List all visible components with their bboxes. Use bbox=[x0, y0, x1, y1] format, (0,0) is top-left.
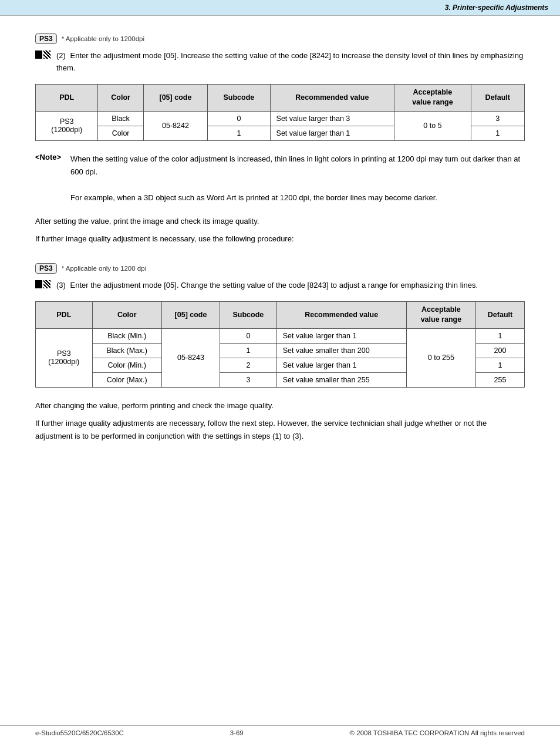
page-footer: e-Studio5520C/6520C/6530C 3-69 © 2008 TO… bbox=[0, 725, 560, 736]
th3-code: [05] code bbox=[161, 301, 220, 328]
td3-sub0: 0 bbox=[220, 328, 277, 343]
step2-line: (2) Enter the adjustment mode [05]. Incr… bbox=[35, 50, 525, 75]
main-content: PS3 * Applicable only to 1200dpi (2) Ent… bbox=[0, 16, 560, 483]
th3-recommended: Recommended value bbox=[276, 301, 406, 328]
ps3-applicable-note-2: * Applicable only to 1200dpi bbox=[62, 35, 144, 42]
after-text-3b: If further image quality adjustments are… bbox=[35, 417, 525, 443]
black-rect-3a bbox=[35, 280, 42, 288]
td3-def3: 255 bbox=[476, 372, 525, 387]
ps3-applicable-note-3: * Applicable only to 1200 dpi bbox=[62, 265, 147, 272]
note-label-2: <Note> bbox=[35, 153, 61, 161]
after-text-2b: If further image quality adjustment is n… bbox=[35, 233, 525, 245]
th3-acceptable: Acceptablevalue range bbox=[406, 301, 475, 328]
td3-range: 0 to 255 bbox=[406, 328, 475, 387]
table2: PDL Color [05] code Subcode Recommended … bbox=[35, 84, 525, 141]
note-line-1: When the setting value of the color adju… bbox=[70, 153, 525, 179]
after-text-3a: After changing the value, perform printi… bbox=[35, 399, 525, 412]
th2-default: Default bbox=[471, 84, 524, 111]
th2-code: [05] code bbox=[143, 84, 207, 111]
striped-rect-2a bbox=[43, 51, 50, 59]
th2-pdl: PDL bbox=[36, 84, 98, 111]
step3-text: (3) Enter the adjustment mode [05]. Chan… bbox=[56, 280, 525, 292]
black-rect-2a bbox=[35, 51, 42, 59]
td3-def0: 1 bbox=[476, 328, 525, 343]
th3-color: Color bbox=[92, 301, 161, 328]
td2-code: 05-8242 bbox=[143, 111, 207, 140]
table3: PDL Color [05] code Subcode Recommended … bbox=[35, 301, 525, 388]
td2-def1: 1 bbox=[471, 126, 524, 140]
after-text-2a: After setting the value, print the image… bbox=[35, 215, 525, 228]
page-header: 3. Printer-specific Adjustments bbox=[0, 0, 560, 16]
td2-pdl: PS3(1200dpi) bbox=[36, 111, 98, 140]
th2-color: Color bbox=[98, 84, 143, 111]
th3-subcode: Subcode bbox=[220, 301, 277, 328]
step3-line: (3) Enter the adjustment mode [05]. Chan… bbox=[35, 280, 525, 292]
footer-model: e-Studio5520C/6520C/6530C bbox=[35, 729, 124, 736]
td3-color-bmin: Black (Min.) bbox=[92, 328, 161, 343]
th2-subcode: Subcode bbox=[208, 84, 270, 111]
table-row: PS3(1200dpi) Black 05-8242 0 Set value l… bbox=[36, 111, 525, 126]
td3-def1: 200 bbox=[476, 343, 525, 358]
td3-sub1: 1 bbox=[220, 343, 277, 358]
ps3-section2-badge-line: PS3 * Applicable only to 1200dpi bbox=[35, 33, 525, 44]
step3-desc: Enter the adjustment mode [05]. Change t… bbox=[70, 281, 478, 290]
td3-color-cmax: Color (Max.) bbox=[92, 372, 161, 387]
striped-rect-3a bbox=[43, 280, 50, 288]
td2-range: 0 to 5 bbox=[394, 111, 471, 140]
td2-rec0: Set value larger than 3 bbox=[270, 111, 394, 126]
td3-rec2: Set value larger than 1 bbox=[276, 358, 406, 372]
footer-page: 3-69 bbox=[230, 729, 244, 736]
td2-sub0: 0 bbox=[208, 111, 270, 126]
note-block-2: <Note> When the setting value of the col… bbox=[35, 153, 525, 204]
td2-sub1: 1 bbox=[208, 126, 270, 140]
step2-desc: Enter the adjustment mode [05]. Increase… bbox=[56, 51, 523, 72]
td2-rec1: Set value larger than 1 bbox=[270, 126, 394, 140]
note-content-2: When the setting value of the color adju… bbox=[70, 153, 525, 204]
step3-num: (3) bbox=[56, 281, 66, 290]
step2-icon bbox=[35, 51, 50, 59]
step2-num: (2) bbox=[56, 51, 66, 60]
table-row: PS3(1200dpi) Black (Min.) 05-8243 0 Set … bbox=[36, 328, 525, 343]
th2-acceptable: Acceptablevalue range bbox=[394, 84, 471, 111]
td2-def0: 3 bbox=[471, 111, 524, 126]
th3-pdl: PDL bbox=[36, 301, 93, 328]
th2-recommended: Recommended value bbox=[270, 84, 394, 111]
ps3-badge-3: PS3 bbox=[35, 263, 57, 274]
td3-rec0: Set value larger than 1 bbox=[276, 328, 406, 343]
ps3-section3-badge-line: PS3 * Applicable only to 1200 dpi bbox=[35, 263, 525, 274]
th3-default: Default bbox=[476, 301, 525, 328]
step3-icon bbox=[35, 280, 50, 288]
step2-text: (2) Enter the adjustment mode [05]. Incr… bbox=[56, 50, 525, 75]
td3-color-bmax: Black (Max.) bbox=[92, 343, 161, 358]
td2-color-black: Black bbox=[98, 111, 143, 126]
header-title: 3. Printer-specific Adjustments bbox=[445, 4, 548, 12]
td3-rec1: Set value smaller than 200 bbox=[276, 343, 406, 358]
td2-color-color: Color bbox=[98, 126, 143, 140]
td3-code: 05-8243 bbox=[161, 328, 220, 387]
note-line-2: For example, when a 3D object such as Wo… bbox=[70, 191, 525, 204]
footer-copyright: © 2008 TOSHIBA TEC CORPORATION All right… bbox=[350, 729, 525, 736]
td3-color-cmin: Color (Min.) bbox=[92, 358, 161, 372]
td3-pdl: PS3(1200dpi) bbox=[36, 328, 93, 387]
ps3-badge-2: PS3 bbox=[35, 33, 57, 44]
td3-def2: 1 bbox=[476, 358, 525, 372]
td3-sub3: 3 bbox=[220, 372, 277, 387]
td3-rec3: Set value smaller than 255 bbox=[276, 372, 406, 387]
td3-sub2: 2 bbox=[220, 358, 277, 372]
